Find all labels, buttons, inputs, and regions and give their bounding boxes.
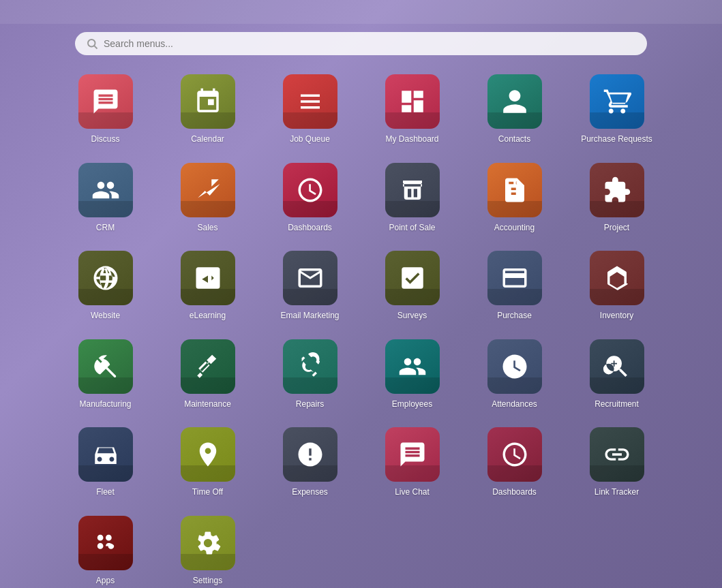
app-item-link-tracker[interactable]: Link Tracker [569,422,665,504]
app-icon-maintenance [181,339,235,394]
app-item-my-dashboard[interactable]: My Dashboard [365,69,460,151]
app-icon-my-dashboard [385,74,440,129]
app-icon-expenses [283,427,337,482]
app-icon-inventory [590,251,644,305]
app-label-purchase-requests: Purchase Requests [581,134,652,145]
app-icon-calendar [181,74,235,129]
search-bar [75,32,647,55]
app-icon-point-of-sale [385,163,440,217]
app-item-dashboards2[interactable]: Dashboards [467,422,562,504]
app-item-job-queue[interactable]: Job Queue [262,69,358,151]
app-icon-repairs [283,339,337,394]
app-item-calendar[interactable]: Calendar [160,69,256,151]
app-item-discuss[interactable]: Discuss [58,69,153,151]
app-label-employees: Employees [392,399,432,410]
app-item-expenses[interactable]: Expenses [262,422,358,504]
app-icon-purchase [487,251,542,305]
app-label-link-tracker: Link Tracker [595,487,639,498]
app-item-purchase[interactable]: Purchase [467,245,562,327]
app-item-website[interactable]: Website [58,245,153,327]
app-label-email-marketing: Email Marketing [280,311,339,322]
app-label-website: Website [91,311,120,322]
app-label-accounting: Accounting [494,223,535,234]
app-item-project[interactable]: Project [569,157,665,239]
app-icon-attendances [487,339,542,394]
app-item-recruitment[interactable]: Recruitment [569,334,665,416]
app-label-sales: Sales [197,223,217,234]
app-label-expenses: Expenses [292,487,328,498]
app-icon-employees [385,339,440,394]
search-container [0,24,722,69]
app-item-sales[interactable]: Sales [160,157,256,239]
app-item-fleet[interactable]: Fleet [58,422,153,504]
app-item-accounting[interactable]: Accounting [467,157,562,239]
app-item-inventory[interactable]: Inventory [569,245,665,327]
app-item-maintenance[interactable]: Maintenance [160,334,256,416]
app-icon-dashboards [283,163,337,217]
app-label-calendar: Calendar [191,134,224,145]
app-icon-settings [181,516,235,570]
app-icon-recruitment [590,339,644,394]
app-icon-purchase-requests [590,74,644,129]
app-item-email-marketing[interactable]: Email Marketing [262,245,358,327]
app-label-surveys: Surveys [397,311,427,322]
app-item-settings[interactable]: Settings [160,510,256,588]
app-label-dashboards2: Dashboards [492,487,537,498]
app-item-surveys[interactable]: Surveys [365,245,460,327]
app-label-job-queue: Job Queue [290,134,330,145]
app-icon-email-marketing [283,251,337,305]
top-bar [0,0,722,24]
app-icon-manufacturing [78,339,133,394]
app-item-dashboards[interactable]: Dashboards [262,157,358,239]
app-item-point-of-sale[interactable]: Point of Sale [365,157,460,239]
app-label-project: Project [604,223,629,234]
app-item-attendances[interactable]: Attendances [467,334,562,416]
app-icon-elearning [181,251,235,305]
app-label-point-of-sale: Point of Sale [389,223,435,234]
app-icon-website [78,251,133,305]
app-item-contacts[interactable]: Contacts [467,69,562,151]
app-label-apps: Apps [96,576,115,587]
app-label-fleet: Fleet [96,487,115,498]
app-label-repairs: Repairs [296,399,324,410]
app-icon-fleet [78,427,133,482]
app-label-live-chat: Live Chat [395,487,430,498]
app-label-crm: CRM [96,223,115,234]
app-icon-dashboards2 [487,427,542,482]
app-label-dashboards: Dashboards [288,223,332,234]
app-label-contacts: Contacts [498,134,530,145]
app-item-manufacturing[interactable]: Manufacturing [58,334,153,416]
app-label-elearning: eLearning [190,311,226,322]
svg-point-0 [88,40,95,47]
app-item-apps[interactable]: Apps [58,510,153,588]
app-item-purchase-requests[interactable]: Purchase Requests [569,69,665,151]
app-item-elearning[interactable]: eLearning [160,245,256,327]
app-label-manufacturing: Manufacturing [79,399,131,410]
app-item-crm[interactable]: CRM [58,157,153,239]
app-item-time-off[interactable]: Time Off [160,422,256,504]
app-icon-project [590,163,644,217]
app-label-maintenance: Maintenance [184,399,231,410]
app-icon-job-queue [283,74,337,129]
app-label-attendances: Attendances [492,399,537,410]
app-icon-sales [181,163,235,217]
app-icon-discuss [78,74,133,129]
search-input[interactable] [104,38,636,49]
app-icon-crm [78,163,133,217]
app-label-recruitment: Recruitment [595,399,639,410]
app-label-settings: Settings [193,576,222,587]
app-label-my-dashboard: My Dashboard [385,134,438,145]
app-label-inventory: Inventory [600,311,633,322]
app-item-repairs[interactable]: Repairs [262,334,358,416]
app-icon-surveys [385,251,440,305]
app-label-discuss: Discuss [91,134,119,145]
app-icon-link-tracker [590,427,644,482]
app-icon-live-chat [385,427,440,482]
app-icon-apps [78,516,133,570]
apps-grid: DiscussCalendarJob QueueMy DashboardCont… [0,69,722,588]
app-item-live-chat[interactable]: Live Chat [365,422,460,504]
app-label-time-off: Time Off [192,487,223,498]
svg-line-1 [94,46,97,48]
app-item-employees[interactable]: Employees [365,334,460,416]
app-icon-contacts [487,74,542,129]
